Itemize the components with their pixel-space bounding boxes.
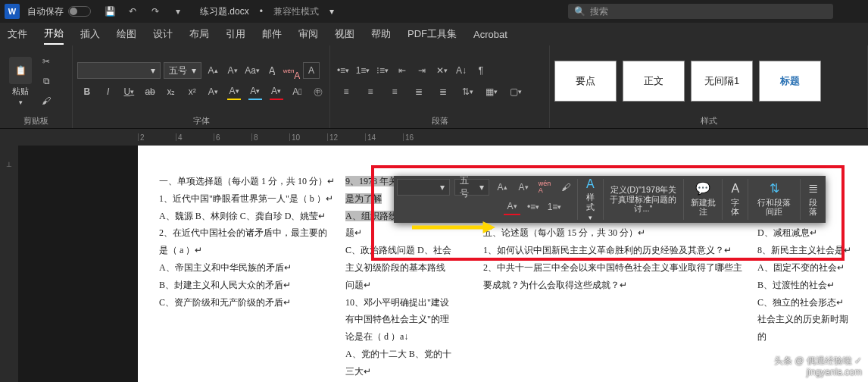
mt-font-color-button[interactable]: A▾ [504,199,520,215]
tab-审阅[interactable]: 审阅 [298,24,318,44]
tab-设计[interactable]: 设计 [153,24,173,44]
document-line[interactable]: A、帝国主义和中华民族的矛盾↵ [159,259,335,277]
dec-indent-button[interactable]: ⇤ [394,62,411,79]
format-painter-button[interactable]: 🖌 [38,93,55,108]
strike-button[interactable]: ab [143,83,157,100]
font-size-dropdown[interactable]: 五号▾ [164,62,201,79]
undo-icon[interactable]: ↶ [126,5,139,18]
style-item[interactable]: 要点 [554,61,617,102]
style-item[interactable]: 正文 [623,61,685,102]
mt-new-comment-button[interactable]: 💬 新建批注 [684,176,722,223]
redo-icon[interactable]: ↷ [148,5,162,18]
line-spacing-button[interactable]: ⇅▾ [459,83,476,100]
document-line[interactable]: C、资产阶级和无产阶级的矛盾↵ [159,294,335,312]
paste-button[interactable]: 📋 [9,57,32,84]
grow-font-icon[interactable]: A▴ [205,62,221,79]
tab-帮助[interactable]: 帮助 [371,24,391,44]
mt-pinyin-icon[interactable]: wénA [536,179,553,196]
search-input[interactable]: 🔍 搜索 [568,4,833,19]
qat-dropdown-icon[interactable]: ▾ [171,5,185,18]
mt-paragraph-button[interactable]: ≣ 段落 [801,176,826,223]
numbering-button[interactable]: 1≡▾ [354,62,371,79]
compat-mode: 兼容性模式 [273,5,319,18]
document-line[interactable]: A、固定不变的社会↵ [757,259,851,277]
italic-button[interactable]: I [101,83,115,100]
mt-grow-font-icon[interactable]: A▴ [494,179,510,196]
document-line[interactable]: C、独立的社会形态↵ [757,294,851,312]
document-line[interactable]: B、封建主义和人民大众的矛盾↵ [159,277,335,294]
tab-绘图[interactable]: 绘图 [117,24,136,44]
font-name-dropdown[interactable]: ▾ [77,62,161,79]
multilevel-button[interactable]: ⁝≡▾ [374,62,391,79]
align-center-button[interactable]: ≡ [362,83,379,100]
clear-format-button[interactable]: A⃠ [291,83,304,100]
save-icon[interactable]: 💾 [103,5,117,18]
align-left-button[interactable]: ≡ [338,83,354,100]
word-logo: W [5,4,20,19]
copy-button[interactable]: ⧉ [38,74,55,89]
char-border-icon[interactable]: A [303,62,320,79]
document-line[interactable]: 2、在近代中国社会的诸矛盾中，最主要的是（ a ）↵ [159,224,335,259]
document-line[interactable]: A、党的十二大 B、党的十三大↵ [345,346,453,380]
tab-引用[interactable]: 引用 [226,24,245,44]
bullets-button[interactable]: •≡▾ [335,62,351,79]
enclosed-char-button[interactable]: ㊥ [311,83,325,100]
mt-fontsize-dropdown[interactable]: 五号▾ [454,179,489,196]
style-item[interactable]: 无间隔1 [691,61,753,102]
mt-line-spacing-button[interactable]: ⇅ 行和段落间距 [748,176,800,223]
char-shading-button[interactable]: A▾ [248,83,262,100]
document-line[interactable]: 10、邓小平明确提出"建设有中国特色社会主义"的理论是在（ d ）a↓ [345,294,453,346]
styles-group-label: 样式 [554,114,863,127]
tab-开始[interactable]: 开始 [44,23,64,45]
search-icon: 🔍 [574,6,585,17]
font-group-label: 字体 [77,114,325,127]
clipboard-group-label: 剪贴板 [5,114,67,127]
mt-font-dropdown[interactable]: ▾ [397,179,450,196]
bold-button[interactable]: B [80,83,94,100]
highlight-button[interactable]: A▾ [227,83,241,100]
pinyin-icon[interactable]: wénA [283,62,300,79]
tab-Acrobat[interactable]: Acrobat [473,26,507,43]
phonetic-guide-icon[interactable]: A̧ [264,62,280,79]
asian-layout-button[interactable]: ✕▾ [433,62,450,79]
document-line[interactable]: 社会主义的历史新时期的 [757,311,851,346]
mt-style-button[interactable]: A 样式▾ [578,176,603,223]
mt-format-painter-icon[interactable]: 🖌 [557,179,574,196]
align-right-button[interactable]: ≡ [386,83,403,100]
inc-indent-button[interactable]: ⇥ [414,62,430,79]
document-line[interactable]: A、魏源 B、林则徐 C、龚自珍 D、姚莹↵ [159,208,335,225]
tab-文件[interactable]: 文件 [8,24,27,44]
superscript-button[interactable]: x² [186,83,199,100]
text-effects-button[interactable]: A▾ [207,83,220,100]
mt-bullets-button[interactable]: •≡▾ [525,199,542,215]
document-line[interactable]: 2、中共十一届三中全会以来中国特色社会主义事业取得了哪些主要成就？为什么会取得这… [483,259,742,294]
mt-define-style-button[interactable]: 定义(D)"1978年关于真理标准问题的讨..." [604,176,683,223]
borders-button[interactable]: ▢▾ [507,83,524,100]
tab-视图[interactable]: 视图 [335,24,354,44]
shrink-font-icon[interactable]: A▾ [224,62,241,79]
tab-邮件[interactable]: 邮件 [262,24,282,44]
search-placeholder: 搜索 [590,5,608,18]
paragraph-group-label: 段落 [335,114,545,127]
shading-button[interactable]: ▦▾ [483,83,500,100]
document-line[interactable]: 一、单项选择题（每小题 1 分，共 10 分）↵ [159,173,335,190]
mt-numbering-button[interactable]: 1≡▾ [546,199,563,215]
document-line[interactable]: B、过渡性的社会↵ [757,277,851,294]
subscript-button[interactable]: x₂ [164,83,178,100]
tab-插入[interactable]: 插入 [80,24,100,44]
font-color-button[interactable]: A▾ [270,83,283,100]
sort-button[interactable]: A↓ [453,62,470,79]
mt-font-dialog-button[interactable]: A 字体 [723,176,748,223]
distributed-button[interactable]: ≣ [435,83,451,100]
show-marks-button[interactable]: ¶ [473,62,489,79]
autosave-toggle[interactable] [68,6,91,17]
tab-PDF工具集[interactable]: PDF工具集 [407,24,457,44]
underline-button[interactable]: U▾ [123,83,136,100]
tab-布局[interactable]: 布局 [189,24,209,44]
cut-button[interactable]: ✂ [38,54,55,69]
mt-shrink-font-icon[interactable]: A▾ [515,179,532,196]
justify-button[interactable]: ≣ [411,83,427,100]
style-item[interactable]: 标题 [759,61,821,102]
change-case-icon[interactable]: Aa▾ [244,62,261,79]
document-line[interactable]: 1、近代中国"睁眼看世界第一人"是（ b ）↵ [159,190,335,208]
